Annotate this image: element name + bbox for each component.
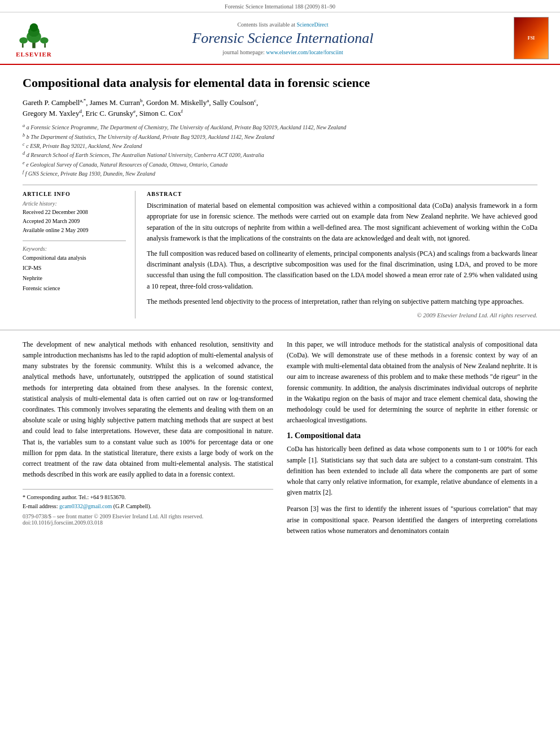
author-gareth: Gareth P. Campbell [23,98,80,107]
affiliations: a a Forensic Science Programme, The Depa… [23,123,537,178]
author-eric: Eric C. Grunsky [85,110,133,118]
abstract-para-2: The full composition was reduced based o… [147,248,537,292]
page: Forensic Science International 188 (2009… [0,0,560,747]
svg-point-4 [19,37,28,43]
author-simon: Simon C. Cox [139,110,181,118]
info-abstract-section: ARTICLE INFO Article history: Received 2… [23,191,537,318]
author-james: James M. Curran [90,98,140,107]
author-sally: Sally Coulson [213,98,254,107]
journal-center: Contents lists available at ScienceDirec… [56,21,509,55]
sciencedirect-line: Contents lists available at ScienceDirec… [56,21,509,28]
svg-rect-7 [44,43,46,47]
svg-point-5 [40,37,49,43]
journal-citation: Forensic Science International 188 (2009… [225,3,335,10]
keyword-3: Nephrite [23,273,126,283]
keyword-4: Forensic science [23,283,126,294]
body-right-section1-para1: CoDa has historically been defined as da… [287,444,537,498]
email-line: E-mail address: gcam0332@gmail.com (G.P.… [23,502,273,511]
affiliation-b: b b The Department of Statistics, The Un… [23,132,537,141]
svg-point-3 [30,23,38,32]
body-right-section1-para2: Pearson [3] was the first to identify th… [287,504,537,536]
affiliation-c: c c ESR, Private Bag 92021, Auckland, Ne… [23,141,537,150]
abstract-para-1: Discrimination of material based on elem… [147,200,537,244]
history-block: Article history: Received 22 December 20… [23,200,126,235]
svg-rect-6 [22,43,24,47]
issn-line: 0379-0738/$ – see front matter © 2009 El… [23,513,273,526]
history-label: Article history: [23,200,126,207]
footnote-section: * Corresponding author. Tel.: +64 9 8153… [23,489,273,526]
affiliation-a: a a Forensic Science Programme, The Depa… [23,123,537,132]
body-section: The development of new analytical method… [0,330,560,548]
divider-keywords [23,241,126,241]
affiliation-e: e e Geological Survey of Canada, Natural… [23,160,537,169]
author-gordon: Gordon M. Miskelly [146,98,207,107]
section-1-title: 1. Compositional data [287,431,537,440]
cover-image: FSI [514,17,549,59]
body-right-para-1: In this paper, we will introduce methods… [287,339,537,426]
email-link[interactable]: gcam0332@gmail.com [59,503,112,509]
email-name: (G.P. Campbell). [113,503,151,509]
divider-1 [23,185,537,185]
homepage-link[interactable]: www.elsevier.com/locate/forsciint [266,49,343,55]
corresponding-author: * Corresponding author. Tel.: +64 9 8153… [23,493,273,502]
article-info-heading: ARTICLE INFO [23,191,126,197]
sciencedirect-link[interactable]: ScienceDirect [296,21,328,28]
body-left-para-1: The development of new analytical method… [23,339,273,480]
article-info-section: ARTICLE INFO Article history: Received 2… [23,191,135,318]
keywords-list: Compositional data analysis ICP-MS Nephr… [23,253,126,294]
elsevier-label: ELSEVIER [16,51,52,58]
body-col-right: In this paper, we will introduce methods… [287,339,537,542]
keyword-2: ICP-MS [23,263,126,273]
affiliation-d: d d Research School of Earth Sciences, T… [23,150,537,159]
authors-line: Gareth P. Campbella,*, James M. Curranb,… [23,97,537,120]
keywords-section: Keywords: Compositional data analysis IC… [23,246,126,294]
article-title: Compositional data analysis for elementa… [23,75,537,91]
elsevier-logo: ELSEVIER [11,19,56,58]
abstract-section: ABSTRACT Discrimination of material base… [147,191,537,318]
body-two-col: The development of new analytical method… [23,339,537,542]
affiliation-f: f f GNS Science, Private Bag 1930, Duned… [23,169,537,178]
elsevier-tree-icon [17,19,51,50]
journal-title: Forensic Science International [56,30,509,47]
abstract-para-3: The methods presented lend objectivity t… [147,296,537,307]
received-date: Received 22 December 2008 Accepted 20 Ma… [23,208,126,235]
journal-thumbnail: FSI [509,17,549,59]
body-col-left: The development of new analytical method… [23,339,273,542]
keyword-1: Compositional data analysis [23,253,126,263]
keywords-label: Keywords: [23,246,126,252]
abstract-heading: ABSTRACT [147,191,537,197]
journal-homepage: journal homepage: www.elsevier.com/locat… [56,49,509,55]
journal-top: ELSEVIER Contents lists available at Sci… [0,12,560,65]
author-gregory: Gregory M. Yaxley [23,110,79,118]
article-content: Compositional data analysis for elementa… [0,65,560,330]
copyright-line: © 2009 Elsevier Ireland Ltd. All rights … [147,312,537,318]
journal-header-bar: Forensic Science International 188 (2009… [0,0,560,12]
